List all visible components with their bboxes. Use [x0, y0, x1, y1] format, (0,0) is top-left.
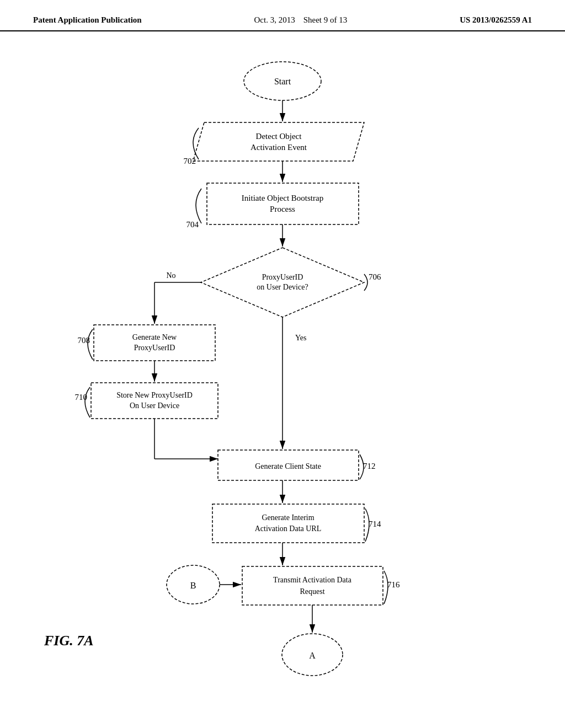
flowchart-svg: Start Detect Object Activation Event 702…: [0, 31, 565, 704]
svg-text:ProxyUserID: ProxyUserID: [262, 273, 303, 281]
svg-text:Transmit Activation Data: Transmit Activation Data: [273, 576, 352, 584]
svg-text:702: 702: [184, 157, 196, 165]
svg-text:Initiate Object Bootstrap: Initiate Object Bootstrap: [242, 194, 323, 202]
publication-title: Patent Application Publication: [33, 15, 142, 25]
svg-rect-25: [91, 383, 218, 419]
svg-text:Generate Interim: Generate Interim: [262, 513, 314, 522]
diagram-area: Start Detect Object Activation Event 702…: [0, 31, 565, 704]
svg-marker-3: [193, 122, 364, 161]
svg-text:Detect Object: Detect Object: [256, 132, 302, 141]
svg-text:714: 714: [369, 520, 381, 528]
svg-text:ProxyUserID: ProxyUserID: [134, 344, 175, 352]
svg-rect-37: [212, 504, 364, 543]
svg-text:Process: Process: [270, 205, 295, 213]
svg-text:on User Device?: on User Device?: [257, 283, 308, 291]
svg-text:Activation Data URL: Activation Data URL: [255, 524, 322, 533]
svg-text:Generate New: Generate New: [132, 333, 177, 341]
svg-text:A: A: [309, 651, 316, 660]
svg-text:On User Device: On User Device: [130, 402, 179, 410]
svg-text:Yes: Yes: [295, 334, 306, 342]
svg-text:716: 716: [387, 580, 400, 589]
svg-text:Store New ProxyUserID: Store New ProxyUserID: [116, 391, 193, 399]
svg-rect-8: [207, 183, 359, 224]
figure-label: FIG. 7A: [44, 633, 94, 649]
svg-marker-13: [201, 248, 364, 317]
svg-text:Activation Event: Activation Event: [250, 143, 307, 152]
svg-text:Request: Request: [300, 587, 324, 596]
svg-text:704: 704: [186, 220, 199, 229]
svg-rect-45: [242, 566, 383, 605]
start-label: Start: [274, 77, 291, 86]
header-center: Oct. 3, 2013 Sheet 9 of 13: [254, 15, 348, 25]
svg-text:B: B: [190, 581, 196, 590]
svg-text:712: 712: [363, 462, 376, 470]
page-header: Patent Application Publication Oct. 3, 2…: [0, 0, 565, 31]
svg-rect-20: [94, 325, 215, 361]
svg-text:Generate Client State: Generate Client State: [255, 462, 321, 470]
publication-date: Oct. 3, 2013: [254, 15, 295, 24]
svg-text:706: 706: [369, 272, 381, 281]
sheet-info: Sheet 9 of 13: [303, 15, 348, 24]
svg-text:No: No: [166, 271, 175, 280]
patent-number: US 2013/0262559 A1: [460, 15, 532, 25]
